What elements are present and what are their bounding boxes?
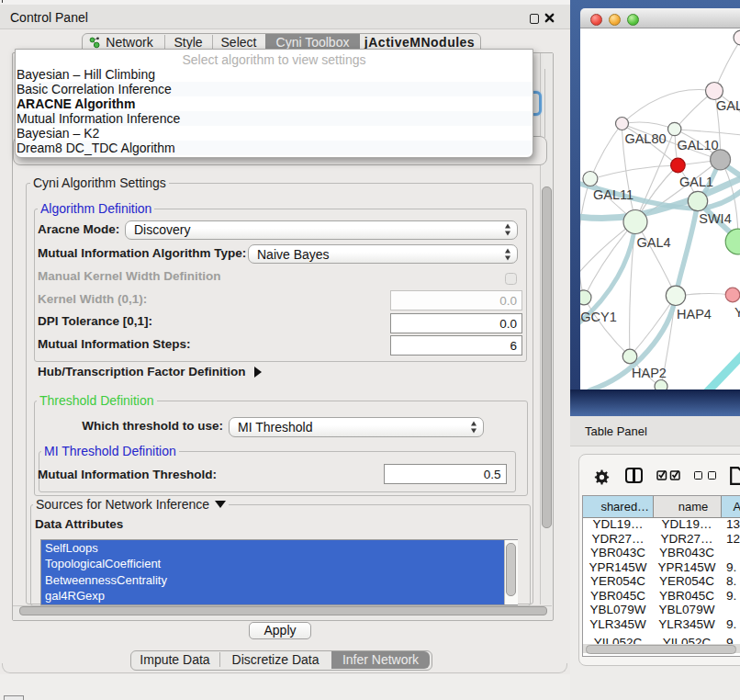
- svg-text:HAP2: HAP2: [632, 366, 667, 380]
- svg-text:GAL4: GAL4: [636, 235, 670, 250]
- svg-text:YD: YD: [734, 305, 740, 320]
- svg-text:GAL10: GAL10: [677, 138, 718, 152]
- svg-text:GCY1: GCY1: [580, 310, 617, 324]
- svg-text:GAL80: GAL80: [624, 131, 666, 146]
- svg-text:SWI4: SWI4: [699, 211, 731, 226]
- svg-text:HAP4: HAP4: [677, 307, 712, 322]
- svg-text:GAL11: GAL11: [593, 187, 633, 202]
- svg-text:GAL1: GAL1: [679, 175, 713, 189]
- svg-text:GAL7: GAL7: [716, 98, 740, 113]
